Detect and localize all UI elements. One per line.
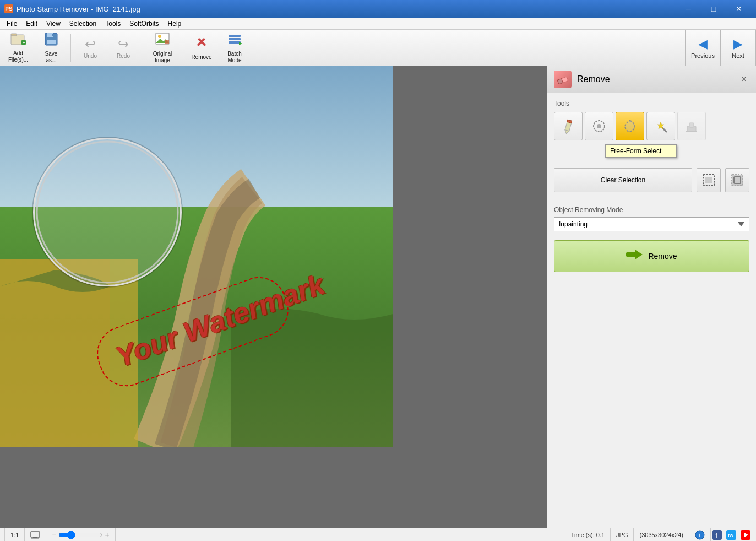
display-icon [30, 531, 40, 539]
redo-button[interactable]: ↪ Redo [107, 32, 139, 64]
photo-background: Your Watermark [0, 66, 393, 447]
info-icon: i [695, 530, 705, 540]
status-info-button[interactable]: i [689, 528, 711, 541]
zoom-out-button[interactable]: − [52, 531, 56, 539]
original-image-icon [155, 32, 170, 50]
redo-label: Redo [117, 53, 130, 59]
zoom-in-button[interactable]: + [105, 531, 109, 539]
remove-action-icon [626, 247, 643, 265]
close-button[interactable]: ✕ [726, 0, 752, 18]
batch-mode-button[interactable]: BatchMode [219, 32, 251, 64]
invert-selection-icon [730, 173, 744, 187]
menu-edit[interactable]: Edit [21, 19, 42, 29]
window-controls: ─ □ ✕ [676, 0, 752, 18]
select-all-button[interactable] [697, 168, 721, 192]
zoom-slider[interactable] [58, 531, 102, 539]
facebook-icon: f [712, 530, 722, 540]
svg-point-9 [158, 35, 161, 38]
svg-point-32 [597, 124, 601, 128]
toolbox-header: Remove × [547, 66, 756, 93]
svg-rect-37 [686, 131, 697, 132]
svg-rect-1 [11, 34, 17, 36]
freeform-select-tool-button[interactable]: Free-Form Select [616, 112, 644, 140]
pencil-icon [561, 118, 576, 134]
title-bar: PS Photo Stamp Remover - IMG_2141.jpg ─ … [0, 0, 756, 18]
undo-label: Undo [84, 53, 97, 59]
next-button[interactable]: ▶ Next [721, 30, 756, 66]
svg-text:tw: tw [728, 533, 734, 538]
svg-rect-39 [705, 177, 712, 183]
twitter-button[interactable]: tw [725, 529, 737, 541]
menu-help[interactable]: Help [164, 19, 186, 29]
next-label: Next [732, 52, 744, 59]
toolbox-content: Tools [547, 93, 756, 528]
previous-button[interactable]: ◀ Previous [686, 30, 721, 66]
svg-rect-36 [689, 123, 694, 127]
batch-mode-icon [227, 32, 242, 50]
toolbox-icon [554, 71, 572, 88]
brush-tool-button[interactable] [585, 112, 613, 140]
menu-tools[interactable]: Tools [101, 19, 125, 29]
tools-row: Free-Form Select [554, 112, 749, 140]
toolbox-panel: Remove × Tools [547, 66, 756, 528]
add-files-label: AddFile(s)... [8, 50, 28, 63]
toolbox-title: Remove [577, 74, 610, 84]
remove-action-label: Remove [648, 252, 677, 261]
clear-selection-button[interactable]: Clear Selection [554, 168, 692, 192]
svg-rect-16 [229, 41, 241, 44]
toolbar-separator-3 [182, 34, 182, 62]
menu-softorbits[interactable]: SoftOrbits [125, 19, 163, 29]
svg-rect-40 [732, 175, 743, 186]
batch-mode-label: BatchMode [227, 51, 242, 64]
status-zoom: 1:1 [4, 528, 25, 541]
menu-file[interactable]: File [2, 19, 21, 29]
add-files-button[interactable]: + AddFile(s)... [2, 32, 34, 64]
freeform-tooltip: Free-Form Select [605, 144, 677, 158]
youtube-button[interactable] [739, 529, 752, 541]
save-icon [44, 32, 58, 50]
svg-rect-44 [31, 532, 40, 537]
svg-rect-11 [165, 40, 169, 44]
youtube-icon [741, 530, 750, 540]
redo-icon: ↪ [118, 36, 129, 52]
invert-selection-button[interactable] [725, 168, 749, 192]
svg-text:i: i [699, 532, 700, 538]
undo-button[interactable]: ↩ Undo [74, 32, 106, 64]
pencil-tool-button[interactable] [554, 112, 583, 140]
image-area[interactable]: Your Watermark [0, 66, 547, 528]
original-image-button[interactable]: OriginalImage [146, 32, 178, 64]
mode-section-label: Object Removing Mode [554, 206, 749, 214]
toolbar-separator-1 [70, 34, 71, 62]
next-icon: ▶ [733, 37, 743, 51]
toolbox-close-button[interactable]: × [738, 74, 749, 85]
status-display-toggle[interactable] [25, 528, 46, 541]
menu-selection[interactable]: Selection [65, 19, 101, 29]
magic-wand-tool-button[interactable] [646, 112, 675, 140]
status-time-label: Time (s): 0.1 [571, 532, 605, 538]
svg-text:+: + [23, 40, 25, 45]
remove-button[interactable]: Remove [186, 32, 217, 64]
main-area: Your Watermark Remove × [0, 66, 756, 528]
status-format: JPG [611, 528, 634, 541]
facebook-button[interactable]: f [711, 529, 723, 541]
save-as-button[interactable]: Saveas... [35, 32, 67, 64]
svg-rect-7 [52, 34, 53, 36]
maximize-button[interactable]: □ [701, 0, 726, 18]
add-files-icon: + [10, 33, 26, 49]
magic-wand-icon [653, 118, 668, 134]
menu-view[interactable]: View [42, 19, 65, 29]
mode-select[interactable]: Inpainting Content-Aware Fill Texture Sy… [554, 217, 749, 231]
original-image-label: OriginalImage [153, 51, 172, 64]
remove-action-button[interactable]: Remove [554, 240, 749, 272]
stamp-tool-button[interactable] [677, 112, 706, 140]
menu-bar: File Edit View Selection Tools SoftOrbit… [0, 18, 756, 30]
minimize-button[interactable]: ─ [676, 0, 701, 18]
twitter-icon: tw [726, 530, 736, 540]
select-all-icon [701, 173, 716, 187]
app-icon: PS [4, 4, 13, 13]
toolbox-title-area: Remove [554, 71, 610, 88]
brush-icon [591, 118, 607, 134]
stamp-icon [684, 118, 699, 134]
selection-row: Clear Selection [554, 168, 749, 192]
status-bar: 1:1 − + Time (s): 0.1 JPG (3035x3024x24)… [0, 528, 756, 541]
